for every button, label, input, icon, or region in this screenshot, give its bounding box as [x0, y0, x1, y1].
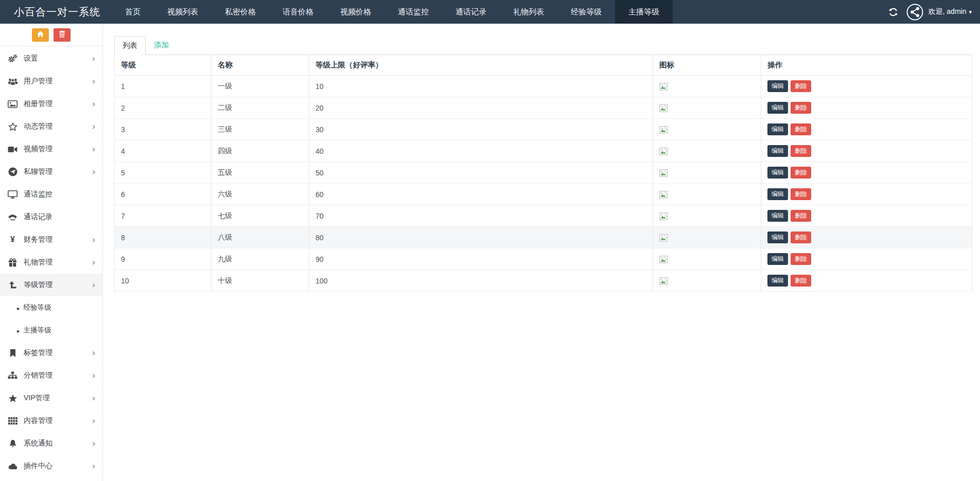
nav-item-video-list[interactable]: 视频列表 [154, 0, 212, 24]
trash-icon [59, 30, 65, 39]
table-row: 8八级80编辑删除 [115, 227, 972, 248]
home-button[interactable] [32, 28, 49, 42]
cell-name: 四级 [212, 140, 309, 162]
cell-level: 7 [115, 205, 212, 227]
sidebar-item-call-monitor[interactable]: 通话监控 [0, 183, 102, 206]
refresh-icon[interactable] [888, 8, 898, 16]
cell-limit: 90 [309, 248, 653, 270]
sidebar-subitem-label: 主播等级 [24, 326, 51, 335]
sidebar-item-gift-management[interactable]: 礼物管理 [0, 251, 102, 274]
sidebar-item-album-management[interactable]: 相册管理 [0, 93, 102, 115]
cell-actions: 编辑删除 [761, 248, 972, 270]
table-header-row: 等级 名称 等级上限（好评率） 图标 操作 [115, 55, 972, 76]
chevron-right-icon [92, 438, 95, 449]
broken-image-icon [659, 169, 669, 177]
sidebar-subitem-exp-level[interactable]: 经验等级 [0, 296, 102, 319]
sidebar-item-label: 相册管理 [24, 99, 52, 109]
sidebar-item-label: 通话记录 [24, 212, 52, 222]
sidebar-item-tag-management[interactable]: 标签管理 [0, 342, 102, 364]
sidebar-item-finance-management[interactable]: ¥财务管理 [0, 228, 102, 251]
sidebar-item-label: 内容管理 [24, 416, 52, 425]
nav-item-gift-list[interactable]: 礼物列表 [500, 0, 557, 24]
cell-level: 8 [115, 227, 212, 248]
delete-button[interactable]: 删除 [791, 167, 811, 179]
sidebar-subitem-anchor-level[interactable]: 主播等级 [0, 319, 102, 342]
edit-button[interactable]: 编辑 [767, 188, 788, 200]
cell-name: 七级 [212, 205, 309, 227]
nav-item-home[interactable]: 首页 [112, 0, 154, 24]
broken-image-icon [659, 277, 669, 285]
delete-button[interactable]: 删除 [791, 80, 811, 92]
edit-button[interactable]: 编辑 [767, 275, 788, 287]
sidebar-item-private-chat-management[interactable]: 私聊管理 [0, 161, 102, 183]
column-header-icon: 图标 [653, 55, 761, 76]
nav-item-anchor-level[interactable]: 主播等级 [615, 0, 673, 24]
chevron-right-icon [92, 416, 95, 426]
delete-button[interactable]: 删除 [791, 123, 811, 135]
nav-item-call-records[interactable]: 通话记录 [442, 0, 500, 24]
edit-button[interactable]: 编辑 [767, 253, 788, 265]
cell-actions: 编辑删除 [761, 76, 972, 97]
sidebar-item-level-management[interactable]: 等级管理 [0, 274, 102, 296]
nav-item-exp-level[interactable]: 经验等级 [557, 0, 615, 24]
chevron-right-icon [92, 348, 95, 358]
edit-button[interactable]: 编辑 [767, 123, 788, 135]
cell-icon [653, 270, 761, 292]
tab-add[interactable]: 添加 [146, 36, 177, 55]
nav-item-private-price[interactable]: 私密价格 [212, 0, 269, 24]
cell-level: 5 [115, 162, 212, 184]
sidebar-item-settings[interactable]: 设置 [0, 47, 102, 70]
nav-item-voice-price[interactable]: 语音价格 [269, 0, 327, 24]
sidebar-actions [0, 24, 102, 46]
cell-limit: 60 [309, 184, 653, 205]
sidebar-item-label: 分销管理 [24, 371, 52, 380]
user-menu[interactable]: 欢迎, admin [929, 7, 972, 16]
sidebar-item-label: 设置 [24, 54, 38, 63]
image-icon [7, 100, 18, 108]
nav-item-video-price[interactable]: 视频价格 [327, 0, 384, 24]
avatar[interactable] [906, 4, 923, 21]
edit-button[interactable]: 编辑 [767, 102, 788, 114]
sidebar: 设置用户管理相册管理动态管理视频管理私聊管理通话监控通话记录¥财务管理礼物管理等… [0, 24, 103, 481]
sidebar-item-system-notice[interactable]: 系统通知 [0, 432, 102, 455]
caret-right-icon [17, 304, 20, 312]
sidebar-item-user-management[interactable]: 用户管理 [0, 70, 102, 93]
edit-button[interactable]: 编辑 [767, 231, 788, 243]
sidebar-item-video-management[interactable]: 视频管理 [0, 138, 102, 161]
tab-bar: 列表 添加 [114, 36, 972, 55]
delete-button[interactable]: 删除 [791, 275, 811, 287]
nav-item-call-monitor[interactable]: 通话监控 [384, 0, 442, 24]
sidebar-item-moments-management[interactable]: 动态管理 [0, 115, 102, 138]
table-row: 3三级30编辑删除 [115, 119, 972, 140]
tab-list[interactable]: 列表 [114, 36, 146, 55]
cell-name: 八级 [212, 227, 309, 248]
delete-button[interactable]: 删除 [791, 253, 811, 265]
sidebar-item-vip-management[interactable]: VIP管理 [0, 387, 102, 409]
cell-actions: 编辑删除 [761, 97, 972, 119]
delete-button[interactable]: 删除 [791, 188, 811, 200]
caret-down-icon [966, 7, 972, 15]
cell-name: 一级 [212, 76, 309, 97]
delete-button[interactable]: 删除 [791, 210, 811, 222]
broken-image-icon [659, 126, 669, 134]
cell-icon [653, 97, 761, 119]
edit-button[interactable]: 编辑 [767, 80, 788, 92]
column-header-limit: 等级上限（好评率） [309, 55, 653, 76]
table-row: 10十级100编辑删除 [115, 270, 972, 292]
delete-button[interactable]: 删除 [791, 231, 811, 243]
sidebar-item-content-management[interactable]: 内容管理 [0, 409, 102, 432]
table-row: 6六级60编辑删除 [115, 184, 972, 205]
edit-button[interactable]: 编辑 [767, 145, 788, 157]
cell-actions: 编辑删除 [761, 227, 972, 248]
trash-button[interactable] [54, 28, 71, 42]
sidebar-item-call-records[interactable]: 通话记录 [0, 206, 102, 228]
delete-button[interactable]: 删除 [791, 102, 811, 114]
delete-button[interactable]: 删除 [791, 145, 811, 157]
sidebar-item-distribution-management[interactable]: 分销管理 [0, 364, 102, 387]
sidebar-item-plugin-center[interactable]: 插件中心 [0, 455, 102, 477]
edit-button[interactable]: 编辑 [767, 167, 788, 179]
cell-level: 2 [115, 97, 212, 119]
edit-button[interactable]: 编辑 [767, 210, 788, 222]
users-icon [7, 78, 18, 85]
chevron-right-icon [92, 76, 95, 86]
